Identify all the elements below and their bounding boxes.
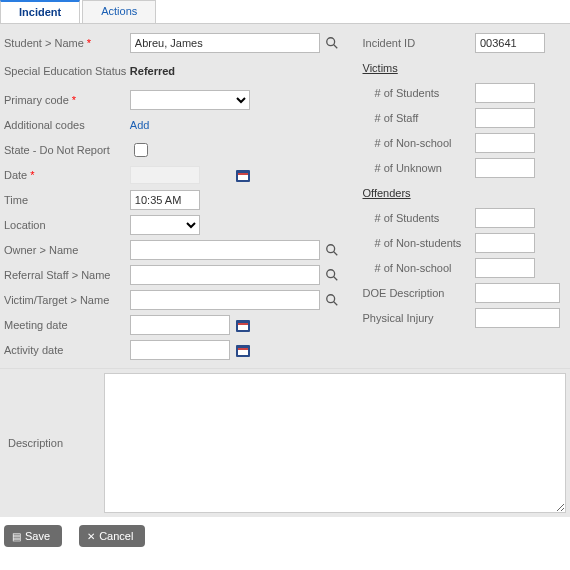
tab-bar: Incident Actions bbox=[0, 0, 570, 24]
right-labels: Incident ID Victims # of Students # of S… bbox=[353, 30, 469, 362]
date-input[interactable] bbox=[130, 166, 200, 184]
doe-description-input[interactable] bbox=[475, 283, 560, 303]
label-off-nonstudents: # of Non-students bbox=[375, 237, 462, 249]
vict-staff-input[interactable] bbox=[475, 108, 535, 128]
close-icon: ✕ bbox=[87, 531, 95, 542]
search-icon[interactable] bbox=[324, 292, 340, 308]
label-vict-students: # of Students bbox=[375, 87, 440, 99]
cancel-button[interactable]: ✕ Cancel bbox=[79, 525, 145, 547]
label-referral-staff: Referral Staff > Name bbox=[4, 269, 110, 281]
location-select[interactable] bbox=[130, 215, 200, 235]
label-off-nonschool: # of Non-school bbox=[375, 262, 452, 274]
referred-value: Referred bbox=[130, 65, 175, 77]
label-off-students: # of Students bbox=[375, 212, 440, 224]
activity-date-input[interactable] bbox=[130, 340, 230, 360]
svg-line-10 bbox=[334, 301, 338, 305]
svg-point-7 bbox=[327, 269, 335, 277]
svg-line-8 bbox=[334, 276, 338, 280]
svg-rect-13 bbox=[238, 323, 248, 325]
left-labels: Student > Name Special Education Status … bbox=[4, 30, 130, 362]
cancel-button-label: Cancel bbox=[99, 530, 133, 542]
label-date: Date bbox=[4, 169, 35, 181]
label-incident-id: Incident ID bbox=[363, 37, 416, 49]
offenders-header[interactable]: Offenders bbox=[363, 187, 411, 199]
label-physical-injury: Physical Injury bbox=[363, 312, 434, 324]
svg-point-9 bbox=[327, 294, 335, 302]
label-vict-staff: # of Staff bbox=[375, 112, 419, 124]
vict-unknown-input[interactable] bbox=[475, 158, 535, 178]
svg-point-5 bbox=[327, 244, 335, 252]
add-codes-link[interactable]: Add bbox=[130, 119, 150, 131]
svg-rect-4 bbox=[238, 173, 248, 175]
search-icon[interactable] bbox=[324, 242, 340, 258]
primary-code-select[interactable] bbox=[130, 90, 250, 110]
svg-point-0 bbox=[327, 37, 335, 45]
label-additional-codes: Additional codes bbox=[4, 119, 85, 131]
label-victim-target: Victim/Target > Name bbox=[4, 294, 109, 306]
label-primary-code: Primary code bbox=[4, 94, 76, 106]
description-textarea[interactable] bbox=[104, 373, 566, 513]
left-fields: Referred Add bbox=[130, 30, 353, 362]
label-description: Description bbox=[8, 437, 63, 449]
calendar-icon[interactable] bbox=[234, 316, 252, 334]
vict-nonschool-input[interactable] bbox=[475, 133, 535, 153]
label-special-ed: Special Education Status bbox=[4, 65, 126, 77]
label-student-name: Student > Name bbox=[4, 37, 91, 49]
label-time: Time bbox=[4, 194, 28, 206]
off-nonschool-input[interactable] bbox=[475, 258, 535, 278]
label-vict-unknown: # of Unknown bbox=[375, 162, 442, 174]
incident-id-input[interactable] bbox=[475, 33, 545, 53]
off-students-input[interactable] bbox=[475, 208, 535, 228]
calendar-icon[interactable] bbox=[234, 166, 252, 184]
off-nonstudents-input[interactable] bbox=[475, 233, 535, 253]
label-vict-nonschool: # of Non-school bbox=[375, 137, 452, 149]
svg-rect-16 bbox=[238, 348, 248, 350]
search-icon[interactable] bbox=[324, 35, 340, 51]
right-fields bbox=[469, 30, 566, 362]
label-state-dnr: State - Do Not Report bbox=[4, 144, 110, 156]
label-activity-date: Activity date bbox=[4, 344, 63, 356]
physical-injury-input[interactable] bbox=[475, 308, 560, 328]
tab-incident[interactable]: Incident bbox=[0, 0, 80, 23]
victim-target-input[interactable] bbox=[130, 290, 320, 310]
save-icon: ▤ bbox=[12, 531, 21, 542]
save-button-label: Save bbox=[25, 530, 50, 542]
victims-header[interactable]: Victims bbox=[363, 62, 398, 74]
footer-buttons: ▤ Save ✕ Cancel bbox=[0, 517, 570, 555]
referral-staff-input[interactable] bbox=[130, 265, 320, 285]
tab-actions[interactable]: Actions bbox=[82, 0, 156, 23]
form-panel: Student > Name Special Education Status … bbox=[0, 24, 570, 368]
label-location: Location bbox=[4, 219, 46, 231]
svg-line-6 bbox=[334, 251, 338, 255]
state-dnr-checkbox[interactable] bbox=[134, 143, 148, 157]
label-owner-name: Owner > Name bbox=[4, 244, 78, 256]
svg-line-1 bbox=[334, 44, 338, 48]
save-button[interactable]: ▤ Save bbox=[4, 525, 62, 547]
time-input[interactable] bbox=[130, 190, 200, 210]
label-meeting-date: Meeting date bbox=[4, 319, 68, 331]
owner-name-input[interactable] bbox=[130, 240, 320, 260]
meeting-date-input[interactable] bbox=[130, 315, 230, 335]
label-doe-description: DOE Description bbox=[363, 287, 445, 299]
vict-students-input[interactable] bbox=[475, 83, 535, 103]
search-icon[interactable] bbox=[324, 267, 340, 283]
description-panel: Description bbox=[0, 368, 570, 517]
student-name-input[interactable] bbox=[130, 33, 320, 53]
calendar-icon[interactable] bbox=[234, 341, 252, 359]
